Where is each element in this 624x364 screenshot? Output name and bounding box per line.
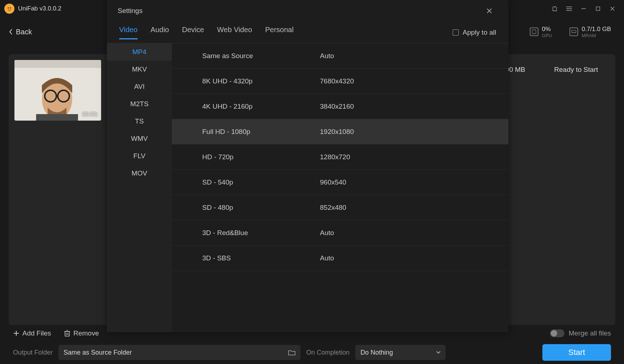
settings-tabs: VideoAudioDeviceWeb VideoPersonal Apply … [107, 22, 508, 43]
resolution-name: 4K UHD - 2160p [172, 103, 320, 110]
output-folder-input[interactable]: Same as Source Folder [58, 345, 300, 360]
mram-label: MRAM [582, 33, 611, 38]
resolution-value: 1920x1080 [320, 128, 508, 136]
settings-header: Settings [107, 0, 508, 22]
settings-dialog: Settings VideoAudioDeviceWeb VideoPerson… [107, 0, 508, 332]
resolution-name: SD - 480p [172, 204, 320, 212]
video-thumbnail[interactable]: 00:00: [14, 60, 101, 121]
format-item-flv[interactable]: FLV [107, 147, 172, 165]
mram-value: 0.7/1.0 GB [582, 26, 611, 33]
menu-icon[interactable] [562, 3, 576, 14]
apply-checkbox[interactable] [452, 29, 459, 36]
resolution-row[interactable]: HD - 720p1280x720 [172, 144, 508, 170]
chevron-down-icon [436, 351, 441, 354]
settings-tab-device[interactable]: Device [182, 26, 204, 39]
format-item-mkv[interactable]: MKV [107, 61, 172, 78]
merge-toggle[interactable] [550, 329, 564, 337]
resolution-row[interactable]: Full HD - 1080p1920x1080 [172, 119, 508, 144]
resolution-name: Same as Source [172, 52, 320, 60]
resolution-value: 3840x2160 [320, 103, 508, 110]
svg-rect-9 [532, 30, 536, 34]
resolution-row[interactable]: Same as SourceAuto [172, 43, 508, 69]
completion-value: Do Nothing [360, 349, 393, 356]
svg-point-0 [8, 7, 9, 9]
resolution-name: 3D - Red&Blue [172, 229, 320, 237]
merge-label: Merge all files [569, 329, 611, 337]
svg-rect-20 [14, 60, 101, 68]
resolution-value: Auto [320, 229, 508, 237]
resolution-value: Auto [320, 254, 508, 262]
resolution-row[interactable]: 8K UHD - 4320p7680x4320 [172, 69, 508, 94]
close-button[interactable] [605, 3, 620, 14]
app-title: UniFab v3.0.0.2 [18, 5, 61, 12]
settings-tab-personal[interactable]: Personal [265, 26, 294, 39]
completion-label: On Completion [306, 349, 350, 356]
resolution-list: Same as SourceAuto8K UHD - 4320p7680x432… [172, 43, 508, 332]
mram-stat: 0.7/1.0 GB MRAM [565, 23, 615, 40]
gpu-value: 0% [542, 26, 552, 33]
maximize-button[interactable] [591, 3, 605, 14]
format-item-wmv[interactable]: WMV [107, 130, 172, 147]
output-folder-value: Same as Source Folder [64, 349, 132, 356]
resolution-value: Auto [320, 52, 508, 60]
resolution-value: 1280x720 [320, 153, 508, 161]
svg-rect-28 [65, 332, 69, 336]
footer: Output Folder Same as Source Folder On C… [0, 341, 624, 364]
resolution-row[interactable]: SD - 480p852x480 [172, 195, 508, 220]
resolution-value: 7680x4320 [320, 77, 508, 85]
remove-button[interactable]: Remove [64, 329, 99, 337]
apply-label: Apply to all [463, 29, 496, 36]
resolution-row[interactable]: 4K UHD - 2160p3840x2160 [172, 94, 508, 119]
resolution-name: 3D - SBS [172, 254, 320, 262]
settings-tab-audio[interactable]: Audio [151, 26, 169, 39]
settings-tab-web-video[interactable]: Web Video [217, 26, 252, 39]
resolution-name: SD - 540p [172, 178, 320, 186]
app-logo [4, 4, 14, 14]
back-label: Back [16, 28, 32, 36]
format-item-mp4[interactable]: MP4 [107, 43, 172, 61]
format-item-mov[interactable]: MOV [107, 165, 172, 182]
settings-title: Settings [118, 7, 143, 15]
resolution-name: 8K UHD - 4320p [172, 77, 320, 85]
output-folder-label: Output Folder [13, 349, 53, 356]
resolution-row[interactable]: SD - 540p960x540 [172, 170, 508, 195]
back-button[interactable]: Back [9, 28, 32, 36]
format-list: MP4MKVAVIM2TSTSWMVFLVMOV [107, 43, 172, 332]
resolution-name: Full HD - 1080p [172, 128, 320, 136]
resolution-row[interactable]: 3D - Red&BlueAuto [172, 220, 508, 246]
settings-tab-video[interactable]: Video [119, 26, 138, 39]
svg-point-1 [10, 7, 11, 9]
svg-rect-6 [596, 7, 600, 10]
start-label: Start [568, 348, 585, 357]
format-item-ts[interactable]: TS [107, 113, 172, 130]
svg-rect-14 [572, 30, 576, 32]
gpu-stat: 0% GPU [525, 23, 556, 40]
add-files-label: Add Files [22, 329, 51, 337]
gpu-label: GPU [542, 33, 552, 38]
format-item-avi[interactable]: AVI [107, 78, 172, 95]
gpu-icon [530, 27, 538, 36]
file-info: 1.00 MB Ready to Start [500, 66, 598, 74]
resolution-name: HD - 720p [172, 153, 320, 161]
resolution-value: 852x480 [320, 204, 508, 212]
completion-select[interactable]: Do Nothing [355, 345, 446, 360]
thumbnail-time: 00:00: [82, 111, 98, 118]
settings-close-button[interactable] [487, 8, 498, 13]
resolution-row[interactable]: 3D - SBSAuto [172, 246, 508, 271]
folder-icon[interactable] [288, 350, 295, 355]
start-button[interactable]: Start [542, 344, 611, 361]
format-item-m2ts[interactable]: M2TS [107, 95, 172, 113]
apply-to-all[interactable]: Apply to all [452, 29, 496, 36]
resolution-value: 960x540 [320, 178, 508, 186]
mram-icon [569, 27, 578, 36]
svg-rect-25 [36, 114, 78, 121]
add-files-button[interactable]: Add Files [13, 329, 51, 337]
remove-label: Remove [73, 329, 99, 337]
tshirt-icon[interactable] [547, 3, 562, 14]
minimize-button[interactable] [576, 3, 591, 14]
file-status: Ready to Start [554, 66, 598, 74]
